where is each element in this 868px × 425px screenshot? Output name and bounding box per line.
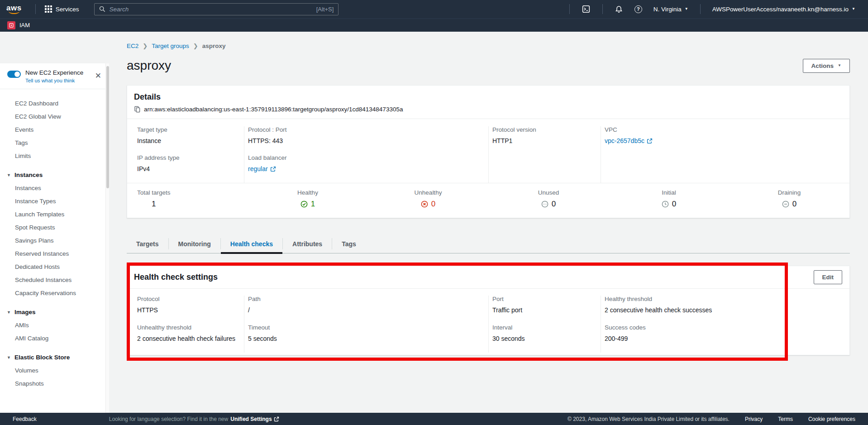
- account-label: AWSPowerUserAccess/navaneeth.kn@harness.…: [712, 6, 849, 13]
- external-link-icon: [274, 416, 279, 422]
- external-link-icon: [647, 138, 653, 144]
- details-card: Details arn:aws:elasticloadbalancing:us-…: [127, 85, 850, 218]
- unified-settings-link[interactable]: Unified Settings: [230, 416, 279, 422]
- sidebar-item-volumes[interactable]: Volumes: [0, 364, 109, 377]
- hc-path-value: /: [248, 306, 481, 314]
- sidebar-item-tags[interactable]: Tags: [0, 136, 109, 149]
- breadcrumb-target-groups-link[interactable]: Target groups: [152, 43, 189, 49]
- x-circle-icon: [421, 201, 428, 208]
- copy-icon[interactable]: [134, 106, 141, 113]
- sidebar-item-events[interactable]: Events: [0, 123, 109, 136]
- load-balancer-link[interactable]: regular: [248, 165, 276, 172]
- sidebar-item-dedicated-hosts[interactable]: Dedicated Hosts: [0, 260, 109, 273]
- field-label: Target type: [137, 126, 237, 133]
- sidebar-item-ec2-global-view[interactable]: EC2 Global View: [0, 110, 109, 123]
- details-grid: Target typeInstance IP address typeIPv4 …: [127, 119, 849, 183]
- aws-console-screen: aws Services [Alt+S]: [0, 0, 868, 425]
- ip-address-type-value: IPv4: [137, 165, 237, 172]
- divider: [569, 4, 570, 14]
- field-label: Load balancer: [248, 154, 481, 161]
- caret-down-icon: ▼: [685, 7, 688, 11]
- new-experience-toggle[interactable]: [7, 71, 21, 78]
- caret-down-icon: ▼: [838, 64, 841, 67]
- breadcrumb-ec2-link[interactable]: EC2: [127, 43, 138, 49]
- services-menu-button[interactable]: Services: [42, 0, 82, 18]
- clock-icon: [662, 201, 669, 208]
- tab-health-checks[interactable]: Health checks: [221, 234, 282, 253]
- close-icon[interactable]: ✕: [95, 72, 101, 80]
- services-grid-icon: [45, 5, 52, 13]
- iam-shortcut-label[interactable]: IAM: [19, 22, 30, 29]
- sidebar-item-limits[interactable]: Limits: [0, 149, 109, 162]
- breadcrumb-separator: ❯: [143, 43, 148, 49]
- field-label: IP address type: [137, 154, 237, 161]
- breadcrumb: EC2 ❯ Target groups ❯ asproxy: [127, 43, 850, 49]
- new-experience-title: New EC2 Experience: [25, 69, 92, 76]
- sidebar-item-savings-plans[interactable]: Savings Plans: [0, 234, 109, 247]
- tab-tags[interactable]: Tags: [332, 234, 366, 253]
- field-label: Interval: [492, 324, 593, 331]
- ellipsis-circle-icon: [541, 201, 548, 208]
- health-check-settings-title: Health check settings: [134, 272, 218, 282]
- summary-total-targets: Total targets 1: [127, 189, 248, 210]
- new-experience-panel: New EC2 Experience Tell us what you thin…: [0, 63, 109, 89]
- sidebar-item-launch-templates[interactable]: Launch Templates: [0, 208, 109, 221]
- field-label: Path: [248, 296, 481, 302]
- sidebar-section-elastic-block-store[interactable]: ▼Elastic Block Store: [0, 351, 109, 364]
- sidebar-item-reserved-instances[interactable]: Reserved Instances: [0, 247, 109, 260]
- bell-icon: [615, 5, 623, 13]
- sidebar-item-capacity-reservations[interactable]: Capacity Reservations: [0, 287, 109, 300]
- protocol-port-value: HTTPS: 443: [248, 137, 481, 144]
- vpc-link[interactable]: vpc-2657db5c: [605, 137, 653, 144]
- tell-us-link[interactable]: Tell us what you think: [25, 78, 75, 83]
- sidebar-item-ami-catalog[interactable]: AMI Catalog: [0, 332, 109, 345]
- notifications-button[interactable]: [609, 0, 629, 18]
- summary-unused: Unused 0: [488, 189, 609, 210]
- cloudshell-button[interactable]: [576, 0, 596, 18]
- sidebar-item-instances[interactable]: Instances: [0, 181, 109, 195]
- sidebar-section-instances[interactable]: ▼Instances: [0, 168, 109, 181]
- top-navigation-bar: aws Services [Alt+S]: [0, 0, 868, 18]
- hc-unhealthy-threshold-value: 2 consecutive health check failures: [137, 335, 237, 342]
- sidebar-item-amis[interactable]: AMIs: [0, 319, 109, 332]
- account-menu[interactable]: AWSPowerUserAccess/navaneeth.kn@harness.…: [707, 0, 861, 18]
- search-input[interactable]: [109, 6, 316, 13]
- search-icon: [99, 6, 105, 12]
- minus-circle-icon: [782, 201, 789, 208]
- health-check-grid: ProtocolHTTPS Unhealthy threshold2 conse…: [127, 289, 849, 353]
- sidebar-scrollbar[interactable]: [105, 63, 109, 413]
- terms-link[interactable]: Terms: [778, 416, 793, 422]
- caret-down-icon: ▼: [7, 173, 11, 177]
- privacy-link[interactable]: Privacy: [745, 416, 763, 422]
- tab-attributes[interactable]: Attributes: [283, 234, 332, 253]
- region-selector[interactable]: N. Virginia ▼: [648, 0, 694, 18]
- sidebar-section-images[interactable]: ▼Images: [0, 306, 109, 319]
- health-check-settings-card: Health check settings Edit ProtocolHTTPS…: [127, 266, 850, 355]
- scrollbar-thumb[interactable]: [106, 66, 109, 188]
- sidebar-item-ec2-dashboard[interactable]: EC2 Dashboard: [0, 97, 109, 110]
- field-label: Protocol : Port: [248, 126, 481, 133]
- help-icon: ?: [634, 5, 642, 13]
- language-settings-note: Looking for language selection? Find it …: [109, 416, 279, 422]
- actions-button[interactable]: Actions ▼: [803, 59, 850, 73]
- divider: [602, 4, 603, 14]
- cookie-preferences-link[interactable]: Cookie preferences: [808, 416, 855, 422]
- iam-service-icon[interactable]: [7, 21, 15, 29]
- search-box[interactable]: [Alt+S]: [94, 3, 339, 15]
- search-shortcut-hint: [Alt+S]: [316, 6, 334, 13]
- sidebar-item-snapshots[interactable]: Snapshots: [0, 377, 109, 390]
- toggle-knob: [14, 72, 20, 77]
- aws-logo[interactable]: aws: [6, 5, 22, 14]
- main-content: EC2 ❯ Target groups ❯ asproxy asproxy Ac…: [109, 32, 868, 413]
- help-button[interactable]: ?: [629, 0, 648, 18]
- feedback-link[interactable]: Feedback: [13, 416, 37, 422]
- tab-monitoring[interactable]: Monitoring: [169, 234, 220, 253]
- console-footer: Feedback Looking for language selection?…: [0, 413, 868, 425]
- tab-targets[interactable]: Targets: [127, 234, 168, 253]
- sidebar-item-scheduled-instances[interactable]: Scheduled Instances: [0, 273, 109, 287]
- sidebar-item-instance-types[interactable]: Instance Types: [0, 195, 109, 208]
- sidebar-item-spot-requests[interactable]: Spot Requests: [0, 221, 109, 234]
- recently-visited-bar: IAM: [0, 18, 868, 32]
- edit-button[interactable]: Edit: [814, 270, 843, 284]
- aws-logo-text: aws: [6, 5, 22, 11]
